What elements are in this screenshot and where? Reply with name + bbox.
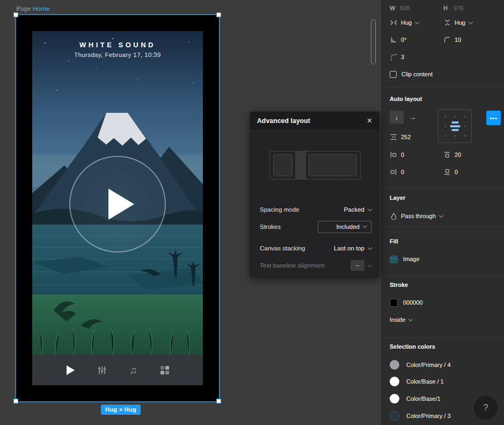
corner-count-field[interactable]: 3 <box>390 51 404 63</box>
play-button <box>69 156 166 253</box>
padding-left-icon <box>390 151 397 159</box>
layout-block-graphic <box>309 154 357 176</box>
corner-radius-icon <box>443 36 451 44</box>
width-value[interactable]: 508 <box>400 5 410 11</box>
text-baseline-row: Text baseline alignment – <box>250 257 379 274</box>
close-icon[interactable]: ✕ <box>367 117 372 124</box>
selection-handle-top-right[interactable] <box>216 12 221 17</box>
padding-top-field[interactable]: 20 <box>443 148 461 161</box>
width-label: W <box>390 5 396 11</box>
hug-vertical-icon <box>443 19 451 26</box>
selection-color-row[interactable]: Color/Base / 1 <box>390 375 444 388</box>
frame-breadcrumb[interactable]: Page / Home <box>16 5 50 12</box>
color-name: Color/Primary / 3 <box>406 413 451 419</box>
item-spacing-field[interactable]: 252 <box>390 131 411 143</box>
direction-vertical-button[interactable]: ↓ <box>390 111 404 124</box>
blend-mode-select[interactable]: Pass through <box>390 210 443 222</box>
clip-content-toggle[interactable]: Clip content <box>390 68 433 81</box>
advanced-layout-panel: Advanced layout ✕ Spacing mode Packed St… <box>250 112 379 277</box>
align-center-graphic <box>451 121 458 124</box>
auto-layout-direction-row: ↓ → <box>390 111 416 124</box>
strokes-row: Strokes Included <box>250 218 379 235</box>
layout-block-graphic <box>273 154 293 176</box>
selection-handle-bottom-right[interactable] <box>216 399 221 404</box>
chevron-down-icon <box>439 213 443 217</box>
vertical-resizing-select[interactable]: Hug <box>443 16 472 29</box>
chevron-down-icon <box>363 224 367 228</box>
spacing-gap-graphic <box>295 152 306 179</box>
stroke-hex-value[interactable]: 000000 <box>403 299 423 306</box>
direction-horizontal-button[interactable]: → <box>409 113 416 121</box>
align-center-graphic <box>450 125 460 127</box>
color-name: Color/Primary / 4 <box>406 362 451 368</box>
chevron-down-icon <box>368 262 372 266</box>
alignment-grid[interactable] <box>438 109 472 143</box>
grid-icon <box>158 363 172 377</box>
color-swatch[interactable] <box>390 377 399 386</box>
divider <box>381 337 504 338</box>
selected-frame[interactable]: WHITE SOUND Thursday, February 17, 10:39 <box>16 15 219 401</box>
auto-layout-header: Auto layout <box>390 96 422 102</box>
divider <box>381 276 504 276</box>
text-baseline-label: Text baseline alignment <box>260 262 324 269</box>
height-field[interactable]: H 976 <box>443 2 463 15</box>
chevron-down-icon <box>368 206 372 211</box>
width-field[interactable]: W 508 <box>390 2 410 15</box>
spacing-mode-illustration <box>269 151 361 179</box>
blend-mode-icon <box>390 212 397 220</box>
spacing-mode-select[interactable]: Packed <box>344 206 371 213</box>
corner-radius-field[interactable]: 10 <box>443 33 461 46</box>
color-swatch[interactable] <box>390 360 399 370</box>
fill-image-thumbnail[interactable] <box>390 255 398 263</box>
height-label: H <box>443 5 450 11</box>
equalizer-icon <box>95 363 109 377</box>
selection-handle-bottom-left[interactable] <box>13 399 18 404</box>
vertical-gap-icon <box>390 133 397 141</box>
stroke-color-row[interactable]: 000000 <box>390 296 423 309</box>
chevron-down-icon <box>415 19 419 24</box>
fill-header: Fill <box>390 238 398 244</box>
chevron-down-icon <box>408 316 413 321</box>
padding-right-field[interactable]: 0 <box>390 165 404 178</box>
play-icon <box>108 189 134 220</box>
checkbox-icon[interactable] <box>390 71 397 78</box>
canvas-scrollbar[interactable] <box>371 19 376 64</box>
fill-row[interactable]: Image <box>390 253 420 265</box>
panel-title: Advanced layout <box>257 117 310 125</box>
advanced-layout-header[interactable]: Advanced layout ✕ <box>250 112 379 129</box>
stroke-color-swatch[interactable] <box>390 299 398 307</box>
phone-subtitle: Thursday, February 17, 10:39 <box>32 52 203 58</box>
selection-color-row[interactable]: Color/Primary / 4 <box>390 358 451 371</box>
padding-top-icon <box>443 151 451 159</box>
selection-handle-top-left[interactable] <box>13 12 18 17</box>
height-value[interactable]: 976 <box>454 5 463 11</box>
color-swatch[interactable] <box>390 411 399 421</box>
play-icon <box>63 363 77 377</box>
color-swatch[interactable] <box>390 394 399 404</box>
rotation-field[interactable]: 0° <box>390 33 407 46</box>
color-name: Color/Base/1 <box>406 395 441 402</box>
horizontal-resizing-select[interactable]: Hug <box>390 16 419 29</box>
strokes-label: Strokes <box>260 224 281 230</box>
chevron-down-icon <box>469 19 473 24</box>
phone-navbar: ♫ <box>32 355 203 385</box>
chevron-down-icon <box>368 245 372 249</box>
stroke-header: Stroke <box>390 282 408 288</box>
selection-color-row[interactable]: Color/Primary / 3 <box>390 409 451 422</box>
breadcrumb-frame-name[interactable]: Home <box>33 5 49 12</box>
canvas-stacking-select[interactable]: Last on top <box>334 245 371 251</box>
help-button[interactable]: ? <box>474 396 498 420</box>
divider <box>381 88 504 88</box>
advanced-layout-button[interactable]: ••• <box>486 111 501 125</box>
selection-color-row[interactable]: Color/Base/1 <box>390 392 441 405</box>
text-baseline-select: – <box>350 260 371 271</box>
padding-bottom-field[interactable]: 0 <box>443 165 458 178</box>
canvas-stacking-row: Canvas stacking Last on top <box>250 240 379 257</box>
frame-size-badge: Hug × Hug <box>101 405 141 415</box>
padding-left-field[interactable]: 0 <box>390 148 404 161</box>
fill-type-label: Image <box>403 256 420 262</box>
color-name: Color/Base / 1 <box>406 378 444 385</box>
stroke-position-select[interactable]: Inside <box>390 313 412 326</box>
strokes-select[interactable]: Included <box>318 221 371 233</box>
spacing-mode-label: Spacing mode <box>260 206 300 213</box>
